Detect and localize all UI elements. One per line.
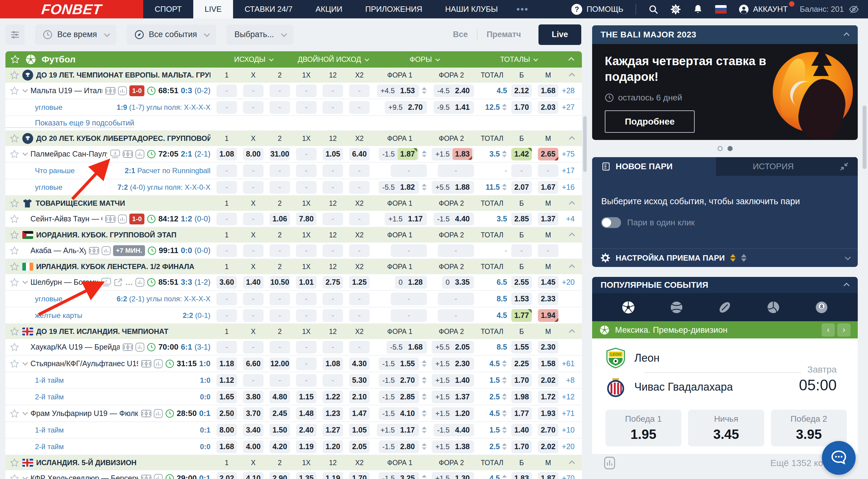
collapse-sport-button[interactable] [561,57,582,62]
odds-cell[interactable]: 1.70 [512,101,532,114]
more-markets-count[interactable]: +61 [561,359,582,368]
carousel-dot[interactable] [718,146,723,151]
popular-footer[interactable]: Ещё 1352 котиров [592,454,858,472]
odds-cell[interactable]: 1.18 [216,357,237,370]
handicap-cell[interactable]: -9.51.41 [434,101,474,114]
handicap-cell[interactable]: -1.54.10 [379,407,419,420]
mode-all[interactable]: Все [444,30,477,39]
odds-cell[interactable]: - [349,213,370,225]
league-header[interactable]: ИОРДАНИЯ. КУБОК. ГРУППОВОЙ ЭТАП 1X21X12X… [5,228,582,242]
star-icon[interactable] [10,458,19,468]
event-name[interactable]: Стьярнан/КФГ/Аульфтанес U19 … [30,359,138,368]
star-icon[interactable] [10,474,19,479]
odds-move-arrows-icon[interactable] [502,104,507,111]
odds-cell[interactable]: - [322,244,343,257]
event-name[interactable]: Хаукар/КА U19 — Брейдаб… [30,343,120,351]
odds-move-arrows-icon[interactable] [502,184,507,191]
odds-cell[interactable]: - [270,244,290,257]
event-name[interactable]: Мальта U19 — Итали… [30,86,102,95]
odds-move-arrows-icon[interactable] [502,410,507,417]
star-icon[interactable] [10,86,19,96]
handicap-cell[interactable]: +5.51.88 [432,181,474,193]
odds-cell[interactable]: - [296,148,316,160]
sub-market-label[interactable]: угловые [10,295,62,303]
more-markets-count[interactable]: +20 [561,278,582,287]
handicap-cell[interactable]: +4.51.53 [377,85,419,97]
sub-market-row[interactable]: угловые 7:2 (4-0) углы поля: X-X-0-X ---… [5,179,582,196]
odds-cell[interactable]: - [216,244,237,257]
odds-cell[interactable]: - [296,374,316,387]
event-row[interactable]: Шелбурн — Богемиа… 7… 85:51 3:3 (1-2) 3.… [5,274,582,291]
odds-cell[interactable]: - [349,85,370,97]
odds-cell[interactable]: - [216,213,237,225]
group-handicaps[interactable]: ФОРЫ [373,55,476,64]
league-header[interactable]: ДО 19 ЛЕТ. ИСЛАНДИЯ. ЧЕМПИОНАТ 1X21X12X2… [5,324,582,339]
odds-cell[interactable]: - [216,101,237,114]
odds-cell[interactable]: - [512,244,532,257]
odds-cell[interactable]: 3.70 [243,407,264,420]
odds-cell[interactable]: 2.02 [538,440,558,453]
odds-cell[interactable]: 1.70 [349,472,370,479]
odds-cell[interactable]: - [243,85,264,97]
odds-cell[interactable]: 4.00 [243,440,264,453]
event-row[interactable]: Стьярнан/КФГ/Аульфтанес U19 … 31:15 1:0 … [5,356,582,372]
odds-cell[interactable]: 2.55 [512,276,532,289]
odds-cell[interactable]: 1.40 [243,276,264,289]
odds-cell[interactable]: - [322,341,343,354]
time-filter-dropdown[interactable]: Все время [35,24,116,45]
quick-bet-button[interactable]: Победа 2 3.95 [771,410,847,446]
odds-cell[interactable]: - [296,357,316,370]
odds-cell[interactable]: 1.47 [349,407,370,420]
odds-cell[interactable]: 2.02 [538,374,558,387]
more-markets-count[interactable]: +8 [561,376,582,385]
more-markets-count[interactable]: +28 [561,86,582,95]
odds-move-arrows-icon[interactable] [502,426,507,433]
nav-item-live[interactable]: LIVE [193,0,233,19]
odds-move-arrows-icon[interactable] [422,426,427,433]
odds-cell[interactable]: - [349,164,370,177]
filter-settings-button[interactable] [5,24,25,45]
expand-event-icon[interactable] [22,410,28,415]
collapse-betslip-icon[interactable] [831,157,858,176]
star-icon[interactable] [10,70,19,80]
odds-cell[interactable]: - [322,213,343,225]
odds-cell[interactable]: 1.15 [296,391,316,403]
event-row[interactable]: Фрам Ульфарнир U19 — Фюлки… 28:50 0:1 2.… [5,406,582,422]
sub-market-label[interactable]: Что раньше [10,167,75,175]
odds-cell[interactable]: 2.33 [538,293,558,305]
nav-item-приложения[interactable]: ПРИЛОЖЕНИЯ [354,0,434,19]
events-filter-dropdown[interactable]: Все события [127,24,216,45]
handicap-cell[interactable]: -1.52.80 [379,440,419,453]
odds-move-arrows-icon[interactable] [502,360,507,367]
odds-cell[interactable]: 8.00 [243,148,264,160]
odds-cell[interactable]: - [243,293,264,305]
event-name[interactable]: КФР Хвольсведлюр — Берсерки… [30,474,138,479]
more-markets-count[interactable]: +20 [561,442,582,451]
collapse-league-icon[interactable] [569,73,575,79]
odds-cell[interactable]: 1.25 [349,276,370,289]
star-icon[interactable] [10,342,19,352]
handicap-cell[interactable]: - [391,164,427,177]
event-name[interactable]: Палмейрас Сан-Паулу … [30,150,107,158]
handicap-cell[interactable]: -1.54.40 [434,213,474,225]
odds-cell[interactable]: 2.03 [538,101,558,114]
handicap-cell[interactable]: - [438,164,474,177]
gear-icon[interactable] [671,4,681,14]
odds-cell[interactable]: 4.20 [270,440,290,453]
collapse-league-icon[interactable] [569,201,575,207]
odds-move-arrows-icon[interactable] [422,360,427,367]
odds-cell[interactable]: - [512,164,532,177]
odds-cell[interactable]: 2.85 [512,213,532,225]
expand-event-icon[interactable] [22,278,28,284]
odds-cell[interactable]: - [243,101,264,114]
promo-header[interactable]: THE BALI MAJOR 2023 [592,25,858,44]
odds-move-arrows-icon[interactable] [502,393,507,400]
odds-move-arrows-icon[interactable] [422,151,427,157]
odds-cell[interactable]: 1.58 [538,357,558,370]
collapse-league-icon[interactable] [569,329,575,335]
bell-icon[interactable] [693,4,703,14]
group-outcomes[interactable]: ИСХОДЫ [213,55,293,64]
odds-move-arrows-icon[interactable] [422,393,427,400]
odds-cell[interactable]: 3.80 [243,391,264,403]
odds-cell[interactable]: 4.80 [270,391,290,403]
